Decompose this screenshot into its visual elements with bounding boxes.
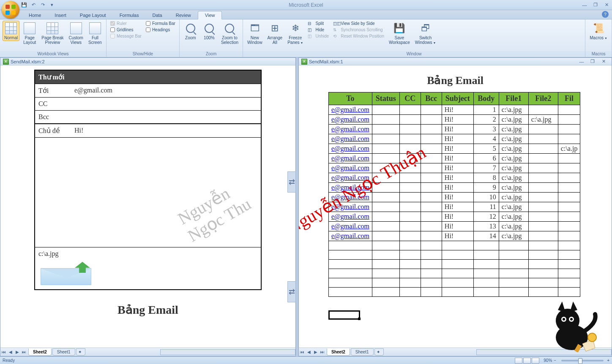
sheet-nav-next[interactable]: ▶	[14, 349, 21, 356]
horizontal-scrollbar[interactable]	[476, 349, 612, 355]
pane-close-button[interactable]: ✕	[598, 58, 609, 65]
help-button[interactable]: ?	[602, 11, 609, 18]
new-sheet-button[interactable]: ✦	[76, 348, 85, 356]
sheet-nav-last[interactable]: ⏭	[21, 349, 27, 356]
table-row[interactable]: e@gmail.comHi!5c:\a.jpgc:\a.jp	[329, 144, 580, 154]
ruler-checkbox[interactable]: Ruler	[109, 21, 143, 26]
tab-page-layout[interactable]: Page Layout	[73, 11, 113, 19]
view-compare-handle-1[interactable]: ⇄	[287, 171, 296, 193]
table-row[interactable]	[329, 260, 580, 269]
zoom-button[interactable]: Zoom	[182, 21, 199, 41]
table-row[interactable]	[329, 250, 580, 260]
page-layout-button[interactable]: Page Layout	[21, 21, 38, 46]
sheet-tab-sheet2[interactable]: Sheet2	[327, 348, 350, 356]
table-row[interactable]: e@gmail.comHi!4c:\a.jpg	[329, 134, 580, 144]
synchronous-scrolling-button[interactable]: ⇅Synchronous Scrolling	[332, 27, 385, 33]
send-mail-button[interactable]	[38, 262, 93, 285]
unhide-button[interactable]: ◫Unhide	[306, 33, 330, 39]
horizontal-scrollbar[interactable]	[160, 349, 295, 355]
custom-views-button[interactable]: Custom Views	[67, 21, 85, 46]
qa-customize-button[interactable]: ▾	[48, 1, 56, 9]
table-header[interactable]: To	[329, 92, 372, 105]
email-link[interactable]: e@gmail.com	[331, 145, 369, 152]
freeze-panes-button[interactable]: ❄Freeze Panes▼	[286, 21, 305, 46]
subject-value[interactable]: Hi!	[74, 127, 83, 135]
table-row[interactable]: e@gmail.comHi!1c:\a.jpg	[329, 105, 580, 115]
view-normal-button[interactable]	[515, 358, 522, 364]
office-button[interactable]	[2, 1, 19, 19]
email-link[interactable]: e@gmail.com	[331, 174, 369, 181]
tab-view[interactable]: View	[198, 11, 222, 19]
pane-minimize-button[interactable]: —	[576, 58, 587, 65]
sheet-nav-prev[interactable]: ◀	[306, 349, 312, 356]
table-header[interactable]: Status	[372, 92, 399, 105]
reset-window-position-button[interactable]: ⟲Reset Window Position	[332, 33, 385, 39]
attachment-path[interactable]: c:\a.jpg	[38, 250, 257, 258]
window-minimize-button[interactable]: —	[579, 1, 590, 9]
view-pagelayout-button[interactable]	[523, 358, 531, 364]
email-link[interactable]: e@gmail.com	[331, 203, 369, 210]
email-link[interactable]: e@gmail.com	[331, 155, 369, 162]
split-button[interactable]: ⊟Split	[306, 21, 330, 26]
sheet-nav-last[interactable]: ⏭	[319, 349, 326, 356]
switch-windows-button[interactable]: 🗗Switch Windows▼	[413, 21, 438, 46]
email-link[interactable]: e@gmail.com	[331, 232, 369, 239]
sheet-tab-sheet1[interactable]: Sheet1	[351, 348, 374, 356]
page-break-preview-button[interactable]: Page Break Preview	[40, 21, 65, 46]
new-sheet-button[interactable]: ✦	[374, 348, 384, 356]
window-restore-button[interactable]: ❐	[590, 1, 601, 9]
zoom-percent[interactable]: 90%	[544, 358, 552, 363]
email-body-area[interactable]: Nguyễn Ngọc Thu	[35, 137, 261, 247]
email-link[interactable]: e@gmail.com	[331, 213, 369, 220]
table-row[interactable]: e@gmail.comHi!6c:\a.jpg	[329, 154, 580, 163]
hide-button[interactable]: ◫Hide	[306, 27, 330, 33]
email-link[interactable]: e@gmail.com	[331, 193, 369, 201]
macros-button[interactable]: 📜Macros▼	[588, 21, 609, 41]
pane-restore-button[interactable]: ❐	[587, 58, 598, 65]
pane-left-titlebar[interactable]: SendMail.xlsm:2	[0, 58, 295, 65]
qa-redo-button[interactable]: ↷	[39, 1, 46, 9]
qa-undo-button[interactable]: ↶	[30, 1, 37, 9]
zoom-out-button[interactable]: −	[554, 358, 556, 363]
sheet-nav-prev[interactable]: ◀	[7, 349, 14, 356]
table-header[interactable]: CC	[399, 92, 421, 105]
table-header[interactable]: File1	[499, 92, 528, 105]
to-value[interactable]: e@gmail.com	[74, 87, 112, 95]
formula-bar-checkbox[interactable]: Formula Bar	[145, 21, 177, 26]
table-row[interactable]: e@gmail.comHi!14c:\a.jpg	[329, 231, 580, 241]
window-close-button[interactable]: ✕	[601, 1, 612, 9]
table-row[interactable]: e@gmail.comHi!12c:\a.jpg	[329, 212, 580, 222]
email-link[interactable]: e@gmail.com	[331, 164, 369, 171]
sheet-tab-sheet2[interactable]: Sheet2	[28, 348, 52, 356]
sheet-nav-next[interactable]: ▶	[312, 349, 319, 356]
arrange-all-button[interactable]: ⊞Arrange All	[266, 21, 284, 46]
sheet-nav-first[interactable]: ⏮	[0, 349, 7, 356]
zoom-to-selection-button[interactable]: Zoom to Selection	[219, 21, 240, 46]
tab-data[interactable]: Data	[145, 11, 169, 19]
sheet-nav-first[interactable]: ⏮	[299, 349, 306, 356]
table-row[interactable]: e@gmail.comHi!11c:\a.jpg	[329, 202, 580, 212]
table-header[interactable]: Fil	[558, 92, 580, 105]
email-link[interactable]: e@gmail.com	[331, 223, 369, 230]
table-header[interactable]: Bcc	[421, 92, 442, 105]
view-pagebreak-button[interactable]	[532, 358, 539, 364]
zoom-in-button[interactable]: +	[607, 358, 609, 363]
table-header[interactable]: File2	[528, 92, 558, 105]
tab-home[interactable]: Home	[22, 11, 48, 19]
zoom-slider[interactable]	[561, 360, 604, 361]
save-workspace-button[interactable]: 💾Save Workspace	[387, 21, 412, 46]
view-compare-handle-2[interactable]: ⇄	[287, 281, 296, 302]
new-window-button[interactable]: 🗔New Window	[246, 21, 264, 46]
table-row[interactable]: e@gmail.comHi!3c:\a.jpg	[329, 125, 580, 134]
sheet-tab-sheet1[interactable]: Sheet1	[52, 348, 75, 356]
table-row[interactable]	[329, 278, 580, 288]
view-side-by-side-button[interactable]: ◫◫View Side by Side	[332, 21, 385, 26]
table-row[interactable]	[329, 288, 580, 297]
zoom-100-button[interactable]: 100%	[201, 21, 218, 41]
headings-checkbox[interactable]: Headings	[145, 27, 177, 33]
email-link[interactable]: e@gmail.com	[331, 125, 369, 133]
tab-formulas[interactable]: Formulas	[113, 11, 146, 19]
message-bar-checkbox[interactable]: Message Bar	[109, 33, 143, 39]
email-link[interactable]: e@gmail.com	[331, 184, 369, 191]
table-row[interactable]: e@gmail.comHi!2c:\a.jpgc:\a.jpg	[329, 115, 580, 125]
